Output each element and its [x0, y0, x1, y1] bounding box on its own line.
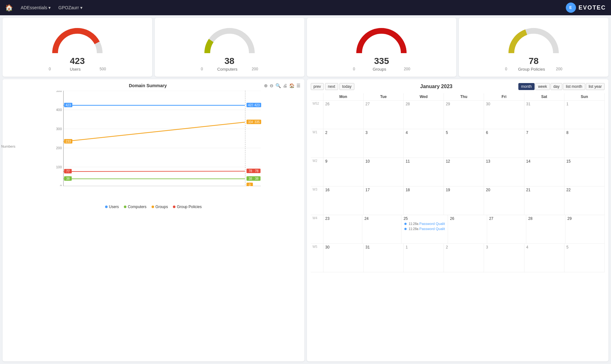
cal-day-cell[interactable]: 28 — [404, 101, 444, 129]
home-icon[interactable]: 🏠 — [5, 4, 13, 11]
svg-text:334: 334 — [248, 120, 253, 124]
chart-header: Domain Summary ⊕ ⊖ 🔍 🖨 🏠 ☰ — [6, 83, 301, 88]
cal-event-1[interactable]: 11:28a Password Qualit — [403, 221, 446, 226]
group-policies-gauge-svg — [505, 23, 562, 55]
svg-line-20 — [63, 122, 245, 142]
legend-computers[interactable]: Computers — [124, 205, 146, 209]
gauge-row: 423 0 Users 500 38 0 Computers 200 — [3, 18, 608, 77]
cal-day-cell[interactable]: 10 — [364, 158, 404, 186]
cal-day-cell[interactable]: 20 — [484, 186, 524, 215]
cal-day-cell[interactable]: 30 — [323, 244, 364, 272]
cal-week-w1: W1 2 3 4 5 6 7 8 — [311, 129, 605, 158]
cal-week-w4: W4 23 24 25 11:28a Password Qualit 11:28… — [311, 215, 605, 244]
cal-day-cell[interactable]: 21 — [524, 186, 565, 215]
cal-day-cell[interactable]: 6 — [484, 129, 524, 158]
download-icon[interactable]: 🖨 — [283, 83, 287, 88]
menu-icon[interactable]: ☰ — [296, 83, 301, 88]
cal-day-cell[interactable]: 16 — [323, 186, 364, 215]
cal-prev-button[interactable]: prev — [311, 83, 324, 90]
zoom-in-icon[interactable]: ⊕ — [264, 83, 268, 88]
svg-text:78: 78 — [249, 169, 252, 173]
cal-day-25[interactable]: 25 11:28a Password Qualit 11:28a Passwor… — [401, 215, 448, 243]
cal-day-cell[interactable]: 12 — [444, 158, 484, 186]
legend-users[interactable]: Users — [105, 205, 119, 209]
cal-day-cell[interactable]: 29 — [565, 215, 605, 243]
cal-day-cell[interactable]: 24 — [362, 215, 401, 243]
cal-day-cell[interactable]: 5 — [444, 129, 484, 158]
chevron-down-icon: ▾ — [80, 5, 82, 10]
groups-gauge-svg — [353, 23, 410, 55]
cal-view-list-month[interactable]: list month — [563, 83, 585, 90]
cal-today-button[interactable]: today — [339, 83, 354, 90]
cal-day-cell[interactable]: 3 — [364, 129, 404, 158]
cal-day-cell[interactable]: 18 — [404, 186, 444, 215]
adessentials-menu[interactable]: ADEssentials ▾ — [21, 5, 51, 10]
home-reset-icon[interactable]: 🏠 — [289, 83, 295, 88]
users-minmax: 0 Users 500 — [49, 67, 106, 72]
group-policies-value: 78 — [529, 56, 539, 66]
cal-day-cell[interactable]: 26 — [323, 101, 364, 129]
cal-day-cell[interactable]: 29 — [444, 101, 484, 129]
cal-day-cell[interactable]: 27 — [364, 101, 404, 129]
cal-day-cell[interactable]: 31 — [364, 244, 404, 272]
cal-day-cell[interactable]: 19 — [444, 186, 484, 215]
cal-day-cell[interactable]: 4 — [404, 129, 444, 158]
zoom-fit-icon[interactable]: 🔍 — [275, 83, 281, 88]
cal-week-col-header — [311, 93, 323, 100]
cal-day-cell[interactable]: 17 — [364, 186, 404, 215]
main-content: 423 0 Users 500 38 0 Computers 200 — [0, 15, 611, 364]
cal-day-cell[interactable]: 26 — [448, 215, 487, 243]
event-dot-icon — [404, 223, 407, 225]
cal-day-cell[interactable]: 28 — [526, 215, 565, 243]
cal-week-w52: W52 26 27 28 29 30 31 1 — [311, 101, 605, 129]
cal-day-cell[interactable]: 13 — [484, 158, 524, 186]
cal-day-cell[interactable]: 1 — [565, 101, 605, 129]
bottom-row: Domain Summary ⊕ ⊖ 🔍 🖨 🏠 ☰ Numbers — [3, 79, 608, 361]
brand-icon: E — [566, 3, 576, 13]
legend-groups[interactable]: Groups — [152, 205, 168, 209]
svg-text:78: 78 — [255, 169, 259, 173]
chart-title: Domain Summary — [32, 83, 264, 88]
cal-day-cell[interactable]: 15 — [565, 158, 605, 186]
cal-day-cell[interactable]: 23 — [323, 215, 363, 243]
cal-day-cell[interactable]: 14 — [524, 158, 565, 186]
cal-day-cell[interactable]: 31 — [524, 101, 565, 129]
cal-header-sun: Sun — [565, 93, 605, 100]
cal-day-cell[interactable]: 7 — [524, 129, 565, 158]
svg-text:423: 423 — [248, 103, 253, 107]
cal-week-num-w3: W3 — [311, 186, 323, 215]
cal-day-cell[interactable]: 5 — [565, 244, 605, 272]
cal-day-cell[interactable]: 11 — [404, 158, 444, 186]
cal-header-mon: Mon — [323, 93, 364, 100]
cal-week-num-w5: W5 — [311, 244, 323, 272]
cal-day-cell[interactable]: 9 — [323, 158, 364, 186]
svg-text:335: 335 — [254, 120, 260, 124]
cal-day-cell[interactable]: 30 — [484, 101, 524, 129]
legend-group-policies[interactable]: Group Policies — [173, 205, 202, 209]
gpozaurr-menu[interactable]: GPOZaurr ▾ — [58, 5, 82, 10]
svg-text:200: 200 — [56, 146, 62, 150]
calendar-panel: prev next today January 2023 month week … — [307, 79, 609, 361]
cal-header-thu: Thu — [444, 93, 484, 100]
cal-day-cell[interactable]: 27 — [487, 215, 526, 243]
zoom-out-icon[interactable]: ⊖ — [270, 83, 274, 88]
cal-view-day[interactable]: day — [551, 83, 562, 90]
cal-day-cell[interactable]: 2 — [323, 129, 364, 158]
cal-view-list-year[interactable]: list year — [586, 83, 605, 90]
cal-day-cell[interactable]: 2 — [444, 244, 484, 272]
svg-text:0: 0 — [249, 183, 251, 186]
cal-day-cell[interactable]: 8 — [565, 129, 605, 158]
cal-day-cell[interactable]: 4 — [524, 244, 565, 272]
cal-day-cell[interactable]: 22 — [565, 186, 605, 215]
cal-day-cell[interactable]: 3 — [484, 244, 524, 272]
cal-event-2[interactable]: 11:28a Password Qualit — [403, 227, 446, 231]
cal-next-button[interactable]: next — [325, 83, 338, 90]
cal-view-month[interactable]: month — [518, 83, 535, 90]
y-axis-label: Numbers — [1, 144, 16, 148]
cal-week-num-w1: W1 — [311, 129, 323, 158]
svg-text:77: 77 — [66, 170, 70, 173]
cal-view-week[interactable]: week — [535, 83, 550, 90]
cal-day-cell[interactable]: 1 — [404, 244, 444, 272]
svg-text:423: 423 — [66, 103, 71, 107]
svg-text:0: 0 — [60, 184, 62, 186]
